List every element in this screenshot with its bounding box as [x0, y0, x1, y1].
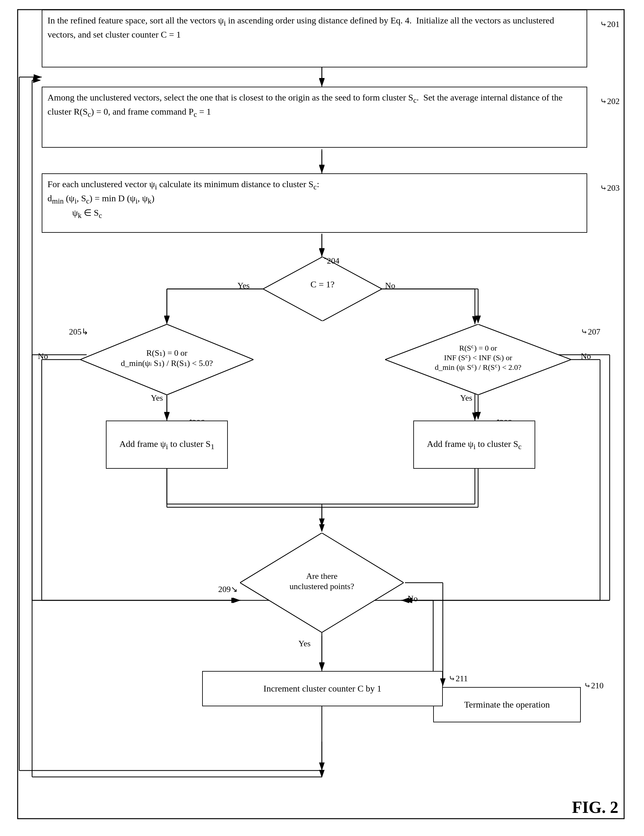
label-yes-205: Yes [151, 393, 163, 403]
box-211: Increment cluster counter C by 1 [202, 671, 443, 706]
svg-text:R(S₁) = 0   or: R(S₁) = 0 or [146, 348, 187, 358]
svg-text:d_min (ψᵢ Sᶜ) / R(Sᶜ) < 2.0?: d_min (ψᵢ Sᶜ) / R(Sᶜ) < 2.0? [435, 363, 522, 371]
label-no-205: No [38, 351, 48, 361]
box-206: Add frame ψi to cluster S1 [106, 421, 228, 469]
box-206-text: Add frame ψi to cluster S1 [119, 438, 214, 452]
box-201-text: In the refined feature space, sort all t… [47, 15, 554, 39]
box-210: Terminate the operation [433, 687, 581, 722]
svg-text:Are there: Are there [306, 571, 337, 581]
box-208: Add frame ψi to cluster Sc [413, 421, 535, 469]
diagram-container: In the refined feature space, sort all t… [0, 0, 644, 836]
diamond-204: C = 1? [263, 257, 382, 321]
ref-210: ⤷210 [584, 681, 603, 691]
ref-201: ⤷201 [600, 19, 620, 29]
diamond-205: R(S₁) = 0 or d_min(ψᵢ S₁) / R(S₁) < 5.0? [80, 324, 253, 395]
box-203-text: For each unclustered vector ψi calculate… [47, 179, 319, 218]
ref-205: 205↳ [69, 327, 88, 337]
box-211-text: Increment cluster counter C by 1 [263, 682, 382, 695]
label-no-204: No [385, 281, 395, 291]
box-203: For each unclustered vector ψi calculate… [42, 173, 587, 233]
label-yes-209: Yes [298, 639, 311, 648]
svg-text:R(Sᶜ) = 0   or: R(Sᶜ) = 0 or [459, 344, 497, 352]
svg-text:C = 1?: C = 1? [311, 279, 335, 289]
box-202-text: Among the unclustered vectors, select th… [47, 93, 562, 116]
box-201: In the refined feature space, sort all t… [42, 10, 587, 67]
ref-207: ⤷207 [581, 327, 600, 337]
box-202: Among the unclustered vectors, select th… [42, 87, 587, 148]
ref-211: ⤷211 [448, 674, 468, 684]
ref-209: 209↘ [218, 584, 238, 594]
svg-text:unclustered points?: unclustered points? [289, 582, 354, 591]
box-210-text: Terminate the operation [464, 698, 549, 711]
svg-text:INF (Sᶜ) < INF (Sᵢ)  or: INF (Sᶜ) < INF (Sᵢ) or [444, 353, 512, 362]
box-208-text: Add frame ψi to cluster Sc [427, 438, 522, 452]
label-no-209: No [408, 594, 418, 604]
svg-text:d_min(ψᵢ S₁) / R(S₁) < 5.0?: d_min(ψᵢ S₁) / R(S₁) < 5.0? [121, 359, 213, 368]
ref-203: ⤷203 [600, 183, 620, 193]
label-yes-204: Yes [238, 281, 249, 291]
label-yes-207: Yes [460, 393, 472, 403]
diamond-207: R(Sᶜ) = 0 or INF (Sᶜ) < INF (Sᵢ) or d_mi… [385, 324, 571, 395]
diamond-209-svg: Are there unclustered points? [240, 533, 404, 632]
label-no-207: No [581, 351, 591, 361]
ref-202: ⤷202 [600, 96, 620, 106]
ref-204: ˆ204 [324, 256, 339, 266]
fig-label: FIG. 2 [572, 798, 618, 817]
